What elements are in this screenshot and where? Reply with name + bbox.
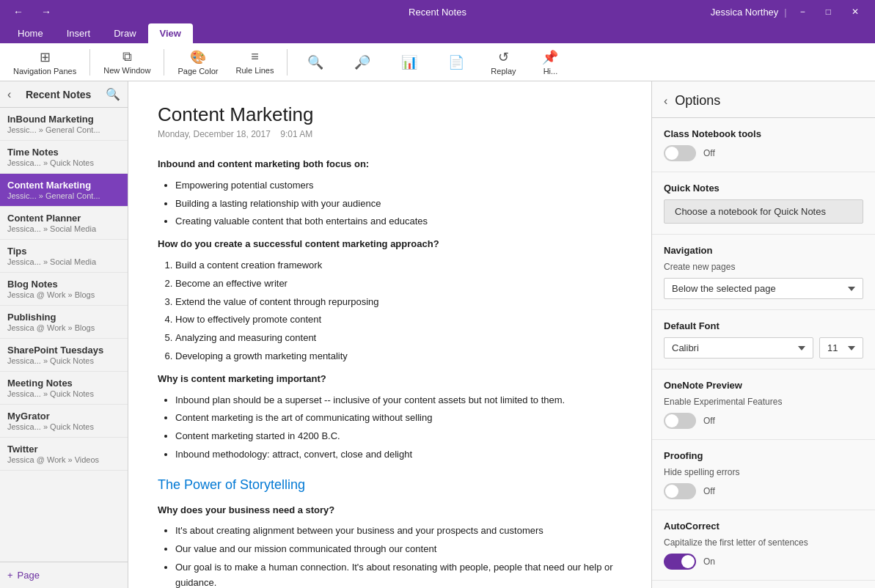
list-item: Empowering potential customers bbox=[175, 178, 622, 194]
sidebar-item-tips[interactable]: Tips Jessica... » Social Media bbox=[0, 240, 128, 273]
sidebar-item-twitter[interactable]: Twitter Jessica @ Work » Videos bbox=[0, 438, 128, 471]
rule-lines-label: Rule Lines bbox=[235, 66, 274, 75]
table-icon: 📊 bbox=[401, 54, 417, 70]
sidebar-item-mygrator[interactable]: MyGrator Jessica... » Quick Notes bbox=[0, 405, 128, 438]
options-back-button[interactable]: ‹ bbox=[664, 95, 667, 108]
sidebar-item-sub: Jessica... » Social Media bbox=[7, 257, 120, 266]
sidebar-item-meeting-notes[interactable]: Meeting Notes Jessica... » Quick Notes bbox=[0, 372, 128, 405]
rule-lines-button[interactable]: ≡ Rule Lines bbox=[228, 46, 281, 78]
choose-notebook-button[interactable]: Choose a notebook for Quick Notes bbox=[664, 199, 863, 224]
class-notebook-toggle-row: Off bbox=[664, 145, 863, 161]
sidebar-item-sub: Jessica... » Quick Notes bbox=[7, 158, 120, 167]
new-window-icon: ⧉ bbox=[122, 49, 132, 65]
hide-button[interactable]: 📌 Hi... bbox=[528, 46, 572, 78]
sidebar-item-title: Time Notes bbox=[7, 147, 120, 158]
body-intro: Inbound and content marketing both focus… bbox=[158, 157, 622, 172]
class-notebook-section: Class Notebook tools Off bbox=[652, 118, 875, 172]
experimental-features-label: Enable Experimental Features bbox=[664, 397, 863, 407]
tab-home[interactable]: Home bbox=[6, 23, 55, 43]
sidebar-item-title: Publishing bbox=[7, 312, 120, 323]
body-q3: Why does your business need a story? bbox=[158, 503, 622, 518]
list-item: Content marketing started in 4200 B.C. bbox=[175, 429, 622, 444]
zoom-in-button[interactable]: 🔎 bbox=[340, 51, 384, 73]
page-color-label: Page Color bbox=[177, 67, 218, 76]
sidebar-item-content-planner[interactable]: Content Planner Jessica... » Social Medi… bbox=[0, 207, 128, 240]
font-family-dropdown[interactable]: Calibri Arial Times New Roman Verdana bbox=[664, 337, 813, 359]
replay-label: Replay bbox=[491, 67, 516, 76]
onenote-preview-toggle[interactable] bbox=[664, 413, 696, 429]
page-color-button[interactable]: 🎨 Page Color bbox=[170, 46, 225, 78]
ribbon-separator bbox=[89, 49, 90, 76]
replay-icon: ↺ bbox=[498, 49, 509, 65]
table-button[interactable]: 📊 bbox=[387, 51, 431, 73]
ribbon-tabs: Home Insert Draw View bbox=[0, 23, 875, 43]
list-item: How to effectively promote content bbox=[175, 312, 622, 328]
add-page-button[interactable]: + Page bbox=[0, 562, 128, 588]
class-notebook-toggle[interactable] bbox=[664, 145, 696, 161]
hide-label: Hi... bbox=[543, 67, 558, 76]
zoom-in-icon: 🔎 bbox=[354, 54, 370, 70]
zoom-out-button[interactable]: 🔍 bbox=[293, 51, 337, 73]
class-notebook-toggle-label: Off bbox=[703, 148, 715, 158]
sidebar-back-button[interactable]: ‹ bbox=[7, 88, 11, 101]
tab-view[interactable]: View bbox=[148, 23, 193, 43]
tab-insert[interactable]: Insert bbox=[55, 23, 103, 43]
sidebar-item-title: Meeting Notes bbox=[7, 378, 120, 389]
add-page-label: Page bbox=[18, 570, 40, 581]
nav-forward-button[interactable]: → bbox=[37, 4, 56, 19]
hide-icon: 📌 bbox=[542, 49, 558, 65]
navigation-panes-button[interactable]: ⊞ Navigation Panes bbox=[6, 46, 84, 78]
page-title: Content Marketing bbox=[158, 103, 622, 126]
options-title: Options bbox=[675, 93, 720, 109]
q2-bullets: Inbound plan should be a superset -- inc… bbox=[175, 393, 622, 463]
sidebar-item-title: InBound Marketing bbox=[7, 114, 120, 125]
page-body: Inbound and content marketing both focus… bbox=[158, 157, 622, 588]
sidebar-item-sub: Jessica @ Work » Blogs bbox=[7, 323, 120, 332]
title-bar-right: Jessica Northey | − □ ✕ bbox=[711, 4, 866, 20]
proofing-toggle[interactable] bbox=[664, 483, 696, 499]
sidebar-item-sharepoint-tuesdays[interactable]: SharePoint Tuesdays Jessica... » Quick N… bbox=[0, 339, 128, 372]
list-item: Our value and our mission communicated t… bbox=[175, 542, 622, 557]
replay-button[interactable]: ↺ Replay bbox=[481, 46, 525, 78]
sidebar-item-time-notes[interactable]: Time Notes Jessica... » Quick Notes bbox=[0, 141, 128, 174]
font-size-dropdown[interactable]: 8 9 10 11 12 bbox=[819, 337, 863, 359]
navigation-title: Navigation bbox=[664, 245, 863, 256]
sidebar-item-sub: Jessica @ Work » Blogs bbox=[7, 290, 120, 299]
quick-notes-section: Quick Notes Choose a notebook for Quick … bbox=[652, 172, 875, 235]
page-button[interactable]: 📄 bbox=[434, 51, 478, 73]
sidebar-item-title: Blog Notes bbox=[7, 279, 120, 290]
title-bar: ← → Recent Notes Jessica Northey | − □ ✕ bbox=[0, 0, 875, 23]
class-notebook-title: Class Notebook tools bbox=[664, 128, 863, 139]
sidebar-item-content-marketing[interactable]: Content Marketing Jessic... » General Co… bbox=[0, 174, 128, 207]
minimize-button[interactable]: − bbox=[793, 4, 813, 20]
sidebar-search-button[interactable]: 🔍 bbox=[106, 87, 120, 101]
options-panel: ‹ Options Class Notebook tools Off Quick… bbox=[651, 81, 875, 588]
sidebar-item-blog-notes[interactable]: Blog Notes Jessica @ Work » Blogs bbox=[0, 273, 128, 306]
navigation-section: Navigation Create new pages Below the se… bbox=[652, 235, 875, 310]
autocorrect-toggle[interactable] bbox=[664, 554, 696, 570]
list-item: Creating valuable content that both ente… bbox=[175, 214, 622, 229]
sidebar-item-sub: Jessic... » General Cont... bbox=[7, 191, 120, 200]
list-item: Developing a growth marketing mentality bbox=[175, 349, 622, 364]
sidebar-title: Recent Notes bbox=[26, 89, 91, 100]
close-button[interactable]: ✕ bbox=[844, 4, 866, 20]
sidebar-item-title: Tips bbox=[7, 246, 120, 257]
sidebar-list: InBound Marketing Jessic... » General Co… bbox=[0, 108, 128, 562]
create-pages-dropdown[interactable]: Below the selected page At end of sectio… bbox=[664, 278, 863, 299]
tab-draw[interactable]: Draw bbox=[102, 23, 147, 43]
proofing-toggle-label: Off bbox=[703, 486, 715, 496]
q3-bullets: It's about creating alignment between yo… bbox=[175, 523, 622, 588]
maximize-button[interactable]: □ bbox=[819, 4, 838, 20]
sidebar-item-inbound-marketing[interactable]: InBound Marketing Jessic... » General Co… bbox=[0, 108, 128, 141]
ribbon-separator-3 bbox=[287, 49, 288, 76]
navigation-panes-label: Navigation Panes bbox=[13, 67, 76, 76]
new-window-button[interactable]: ⧉ New Window bbox=[96, 46, 158, 78]
list-item: Extend the value of content through repu… bbox=[175, 295, 622, 310]
sidebar-item-publishing[interactable]: Publishing Jessica @ Work » Blogs bbox=[0, 306, 128, 339]
onenote-preview-toggle-label: Off bbox=[703, 416, 715, 426]
nav-back-button[interactable]: ← bbox=[9, 4, 28, 19]
list-item: Analyzing and measuring content bbox=[175, 331, 622, 346]
sidebar-item-title: Content Planner bbox=[7, 213, 120, 224]
default-font-section: Default Font Calibri Arial Times New Rom… bbox=[652, 310, 875, 370]
sidebar-item-title: Content Marketing bbox=[7, 180, 120, 191]
